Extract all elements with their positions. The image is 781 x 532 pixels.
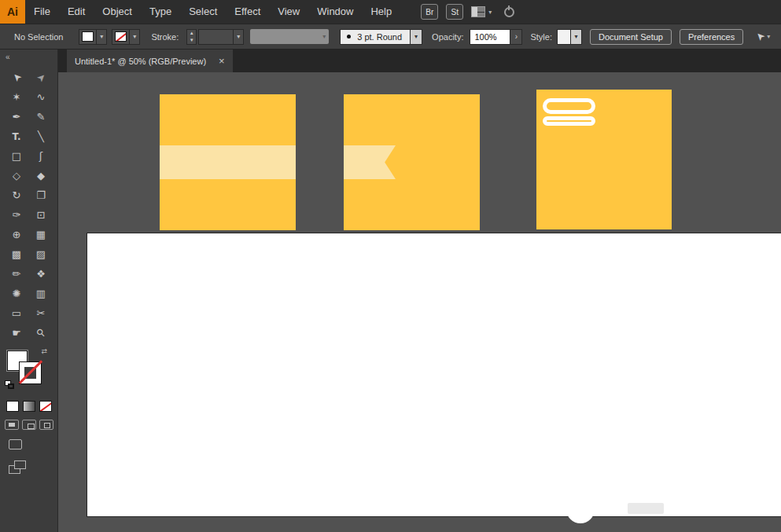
canvas[interactable] (58, 72, 781, 532)
document-tab[interactable]: Untitled-1* @ 50% (RGB/Preview) × (67, 50, 233, 72)
column-graph-tool[interactable]: ▥ (29, 284, 53, 303)
perspective-grid-tool[interactable]: ▦ (29, 225, 53, 244)
eyedropper-tool[interactable]: ✏ (5, 264, 29, 284)
chevron-down-icon: ▾ (570, 30, 581, 44)
slice-tool-icon: ✂ (37, 307, 46, 319)
none-button[interactable] (39, 401, 52, 412)
type-tool[interactable]: T. (5, 127, 29, 146)
rotate-tool[interactable]: ↻ (5, 185, 29, 205)
fill-stroke-indicator: ⇄ (6, 350, 53, 391)
width-tool[interactable]: ✑ (5, 205, 29, 225)
fill-color-dropdown[interactable]: ▾ (79, 29, 107, 45)
eraser-tool[interactable]: ◆ (29, 166, 53, 185)
bridge-button[interactable]: Br (421, 4, 438, 20)
menu-edit[interactable]: Edit (59, 0, 94, 24)
stepper-down-icon: ▼ (187, 37, 196, 44)
chevron-down-icon: ▾ (410, 30, 422, 44)
direct-selection-tool-icon: ➤ (34, 70, 48, 84)
brush-preview-icon (347, 35, 351, 39)
hand-tool[interactable]: ☛ (5, 323, 29, 343)
draw-behind-icon[interactable] (22, 420, 36, 430)
preferences-button[interactable]: Preferences (680, 29, 743, 45)
stroke-none-swatch-icon (115, 31, 127, 42)
gradient-tool-icon: ▨ (36, 248, 46, 260)
free-transform-tool[interactable]: ⊡ (29, 205, 53, 225)
menu-file[interactable]: File (25, 0, 59, 24)
opacity-input[interactable]: 100% (470, 29, 510, 45)
line-segment-tool-icon: ╲ (38, 130, 44, 142)
slice-tool[interactable]: ✂ (29, 303, 53, 323)
opacity-label: Opacity: (432, 32, 463, 42)
fill-swatch-icon (82, 31, 94, 42)
stroke-color-dropdown[interactable]: ▾ (112, 29, 140, 45)
paintbrush-tool-icon: ʃ (39, 150, 42, 162)
mesh-tool[interactable]: ▩ (5, 244, 29, 264)
scale-tool[interactable]: ❐ (29, 185, 53, 205)
rounded-label-icon[interactable] (543, 98, 595, 126)
menu-help[interactable]: Help (362, 0, 400, 24)
select-similar-dropdown[interactable]: ➤ ▾ (756, 31, 770, 42)
pen-tool[interactable]: ✒ (5, 107, 29, 127)
gradient-tool[interactable]: ▨ (29, 244, 53, 264)
artboard-tool[interactable]: ▭ (5, 303, 29, 323)
gradient-button[interactable] (23, 401, 35, 412)
rectangle-tool[interactable]: □ (5, 146, 29, 166)
shaper-tool[interactable]: ◇ (5, 166, 29, 185)
rotate-tool-icon: ↻ (13, 189, 21, 201)
opacity-options-button[interactable]: › (510, 29, 522, 45)
zoom-tool-icon: ⚲ (34, 326, 47, 339)
screen-mode-icon[interactable] (9, 439, 22, 449)
zoom-tool[interactable]: ⚲ (29, 323, 53, 343)
swap-fill-stroke-icon[interactable]: ⇄ (42, 347, 48, 355)
graphic-style-dropdown[interactable]: ▾ (557, 29, 582, 45)
lasso-tool[interactable]: ∿ (29, 87, 53, 107)
pencil-tool[interactable]: ✎ (29, 107, 53, 127)
shape-builder-tool[interactable]: ⊕ (5, 225, 29, 244)
artboard[interactable] (87, 233, 781, 517)
artwork-bar-shape[interactable] (628, 503, 664, 514)
change-screen-mode-icon[interactable] (9, 460, 26, 474)
artwork-stripe-band[interactable] (160, 145, 296, 179)
artwork-card-stripe[interactable] (160, 94, 296, 230)
chevron-down-icon: ▾ (322, 33, 326, 40)
touch-workspace-icon[interactable] (504, 7, 514, 17)
blend-tool-icon: ❖ (36, 268, 46, 280)
default-colors-icon[interactable] (5, 380, 16, 391)
menu-effect[interactable]: Effect (226, 0, 269, 24)
type-tool-icon: T. (13, 131, 21, 142)
menu-object[interactable]: Object (94, 0, 141, 24)
workspace-switcher[interactable]: ▾ (471, 6, 492, 17)
artwork-ribbon-shape[interactable] (344, 145, 396, 179)
paint-style-row (6, 401, 52, 412)
stroke-weight-dropdown[interactable]: ▾ (198, 29, 244, 45)
chevron-down-icon: ▾ (129, 30, 139, 44)
perspective-grid-tool-icon: ▦ (36, 229, 46, 240)
magic-wand-tool[interactable]: ✶ (5, 87, 29, 107)
stock-button[interactable]: St (446, 4, 463, 20)
symbol-sprayer-tool-icon: ✺ (13, 288, 21, 299)
color-button[interactable] (6, 401, 19, 412)
menu-select[interactable]: Select (180, 0, 226, 24)
menu-window[interactable]: Window (308, 0, 362, 24)
paintbrush-tool[interactable]: ʃ (29, 146, 53, 166)
menu-view[interactable]: View (269, 0, 308, 24)
draw-inside-icon[interactable] (39, 420, 53, 430)
close-icon[interactable]: × (219, 56, 225, 66)
draw-normal-icon[interactable] (5, 420, 19, 430)
rectangle-tool-icon: □ (12, 150, 21, 162)
stroke-profile-dropdown: ▾ (250, 29, 329, 44)
artwork-card-label[interactable] (536, 90, 672, 229)
brush-definition-dropdown[interactable]: 3 pt. Round ▾ (340, 29, 422, 45)
stroke-label: Stroke: (151, 32, 179, 42)
artwork-circle-shape[interactable] (566, 495, 595, 523)
symbol-sprayer-tool[interactable]: ✺ (5, 284, 29, 303)
artwork-card-ribbon[interactable] (344, 94, 480, 230)
direct-selection-tool[interactable]: ➤ (29, 68, 53, 87)
line-segment-tool[interactable]: ╲ (29, 127, 53, 146)
document-setup-button[interactable]: Document Setup (590, 29, 672, 45)
collapse-panel-button[interactable]: « (0, 50, 57, 61)
blend-tool[interactable]: ❖ (29, 264, 53, 284)
stroke-weight-stepper[interactable]: ▲ ▼ (186, 29, 197, 45)
selection-tool[interactable]: ➤ (5, 68, 29, 87)
menu-type[interactable]: Type (141, 0, 180, 24)
